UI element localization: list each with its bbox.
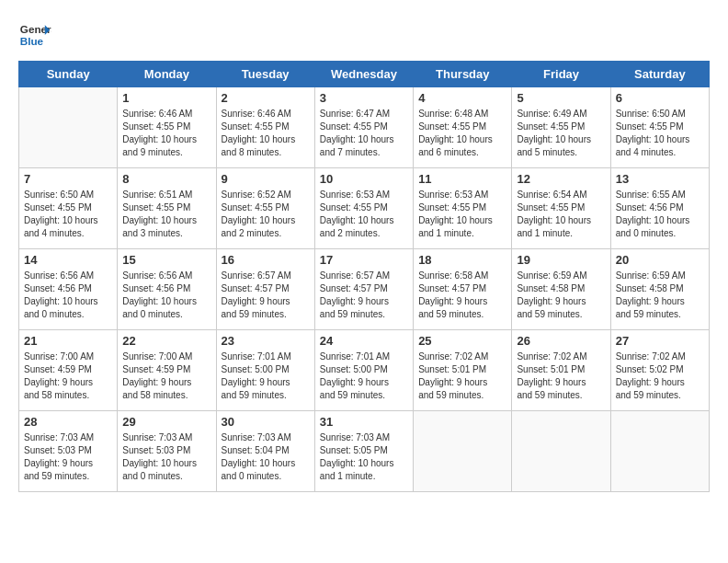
day-info: Sunrise: 7:00 AM Sunset: 4:59 PM Dayligh… — [24, 350, 112, 402]
calendar-week-3: 14Sunrise: 6:56 AM Sunset: 4:56 PM Dayli… — [19, 249, 710, 330]
day-number: 15 — [122, 253, 210, 267]
calendar-cell: 27Sunrise: 7:02 AM Sunset: 5:02 PM Dayli… — [610, 330, 709, 411]
calendar-cell: 21Sunrise: 7:00 AM Sunset: 4:59 PM Dayli… — [19, 330, 118, 411]
logo-icon: General Blue — [18, 18, 51, 52]
calendar-cell: 25Sunrise: 7:02 AM Sunset: 5:01 PM Dayli… — [414, 330, 512, 411]
day-info: Sunrise: 6:57 AM Sunset: 4:57 PM Dayligh… — [222, 270, 310, 321]
calendar-cell: 20Sunrise: 6:59 AM Sunset: 4:58 PM Dayli… — [610, 249, 709, 330]
calendar-cell: 3Sunrise: 6:47 AM Sunset: 4:55 PM Daylig… — [314, 87, 413, 168]
day-number: 20 — [616, 253, 704, 267]
calendar-cell: 15Sunrise: 6:56 AM Sunset: 4:56 PM Dayli… — [118, 249, 216, 330]
day-info: Sunrise: 6:46 AM Sunset: 4:55 PM Dayligh… — [222, 108, 310, 159]
calendar-cell: 4Sunrise: 6:48 AM Sunset: 4:55 PM Daylig… — [414, 87, 512, 168]
day-info: Sunrise: 7:01 AM Sunset: 5:00 PM Dayligh… — [222, 350, 310, 402]
day-number: 2 — [222, 91, 310, 105]
calendar-cell: 7Sunrise: 6:50 AM Sunset: 4:55 PM Daylig… — [19, 168, 118, 249]
day-number: 8 — [122, 172, 210, 186]
day-info: Sunrise: 6:46 AM Sunset: 4:55 PM Dayligh… — [122, 108, 210, 159]
day-number: 1 — [122, 91, 210, 105]
day-number: 30 — [222, 415, 310, 429]
day-number: 10 — [320, 172, 408, 186]
day-info: Sunrise: 7:03 AM Sunset: 5:03 PM Dayligh… — [122, 431, 210, 483]
day-number: 18 — [418, 253, 506, 267]
day-info: Sunrise: 6:48 AM Sunset: 4:55 PM Dayligh… — [418, 108, 506, 159]
day-info: Sunrise: 6:57 AM Sunset: 4:57 PM Dayligh… — [320, 270, 408, 321]
day-info: Sunrise: 6:50 AM Sunset: 4:55 PM Dayligh… — [24, 189, 112, 240]
day-number: 23 — [222, 334, 310, 348]
calendar-cell: 11Sunrise: 6:53 AM Sunset: 4:55 PM Dayli… — [414, 168, 512, 249]
calendar-cell: 31Sunrise: 7:03 AM Sunset: 5:05 PM Dayli… — [314, 411, 413, 492]
col-thursday: Thursday — [414, 62, 512, 87]
day-number: 7 — [24, 172, 112, 186]
calendar-cell: 14Sunrise: 6:56 AM Sunset: 4:56 PM Dayli… — [19, 249, 118, 330]
calendar-cell: 19Sunrise: 6:59 AM Sunset: 4:58 PM Dayli… — [512, 249, 610, 330]
day-info: Sunrise: 6:49 AM Sunset: 4:55 PM Dayligh… — [517, 108, 605, 159]
calendar-cell — [19, 87, 118, 168]
day-info: Sunrise: 6:54 AM Sunset: 4:55 PM Dayligh… — [517, 189, 605, 240]
day-number: 11 — [418, 172, 506, 186]
day-info: Sunrise: 7:03 AM Sunset: 5:05 PM Dayligh… — [320, 431, 408, 483]
day-info: Sunrise: 7:03 AM Sunset: 5:03 PM Dayligh… — [24, 431, 112, 483]
day-info: Sunrise: 6:56 AM Sunset: 4:56 PM Dayligh… — [122, 270, 210, 321]
col-sunday: Sunday — [19, 62, 118, 87]
day-number: 9 — [222, 172, 310, 186]
day-number: 6 — [616, 91, 704, 105]
day-info: Sunrise: 7:02 AM Sunset: 5:01 PM Dayligh… — [517, 350, 605, 402]
day-info: Sunrise: 6:55 AM Sunset: 4:56 PM Dayligh… — [616, 189, 704, 240]
calendar-cell: 10Sunrise: 6:53 AM Sunset: 4:55 PM Dayli… — [314, 168, 413, 249]
day-info: Sunrise: 7:02 AM Sunset: 5:02 PM Dayligh… — [616, 350, 704, 402]
calendar-cell: 17Sunrise: 6:57 AM Sunset: 4:57 PM Dayli… — [314, 249, 413, 330]
day-info: Sunrise: 6:59 AM Sunset: 4:58 PM Dayligh… — [517, 270, 605, 321]
day-number: 22 — [122, 334, 210, 348]
calendar-body: 1Sunrise: 6:46 AM Sunset: 4:55 PM Daylig… — [19, 87, 710, 492]
calendar-week-1: 1Sunrise: 6:46 AM Sunset: 4:55 PM Daylig… — [19, 87, 710, 168]
calendar-cell: 28Sunrise: 7:03 AM Sunset: 5:03 PM Dayli… — [19, 411, 118, 492]
calendar-cell: 24Sunrise: 7:01 AM Sunset: 5:00 PM Dayli… — [314, 330, 413, 411]
calendar-cell: 16Sunrise: 6:57 AM Sunset: 4:57 PM Dayli… — [216, 249, 314, 330]
logo: General Blue — [18, 18, 51, 52]
day-number: 19 — [517, 253, 605, 267]
calendar-week-5: 28Sunrise: 7:03 AM Sunset: 5:03 PM Dayli… — [19, 411, 710, 492]
day-number: 21 — [24, 334, 112, 348]
day-number: 14 — [24, 253, 112, 267]
day-info: Sunrise: 6:56 AM Sunset: 4:56 PM Dayligh… — [24, 270, 112, 321]
calendar-cell: 22Sunrise: 7:00 AM Sunset: 4:59 PM Dayli… — [118, 330, 216, 411]
calendar-cell: 18Sunrise: 6:58 AM Sunset: 4:57 PM Dayli… — [414, 249, 512, 330]
day-number: 31 — [320, 415, 408, 429]
calendar-cell: 5Sunrise: 6:49 AM Sunset: 4:55 PM Daylig… — [512, 87, 610, 168]
day-number: 27 — [616, 334, 704, 348]
day-info: Sunrise: 6:51 AM Sunset: 4:55 PM Dayligh… — [122, 189, 210, 240]
calendar-cell: 23Sunrise: 7:01 AM Sunset: 5:00 PM Dayli… — [216, 330, 314, 411]
col-saturday: Saturday — [610, 62, 709, 87]
calendar-cell: 2Sunrise: 6:46 AM Sunset: 4:55 PM Daylig… — [216, 87, 314, 168]
day-info: Sunrise: 7:00 AM Sunset: 4:59 PM Dayligh… — [122, 350, 210, 402]
day-number: 3 — [320, 91, 408, 105]
calendar-cell: 9Sunrise: 6:52 AM Sunset: 4:55 PM Daylig… — [216, 168, 314, 249]
calendar-cell — [512, 411, 610, 492]
day-info: Sunrise: 7:01 AM Sunset: 5:00 PM Dayligh… — [320, 350, 408, 402]
col-friday: Friday — [512, 62, 610, 87]
day-info: Sunrise: 6:58 AM Sunset: 4:57 PM Dayligh… — [418, 270, 506, 321]
calendar-cell: 6Sunrise: 6:50 AM Sunset: 4:55 PM Daylig… — [610, 87, 709, 168]
calendar-cell: 29Sunrise: 7:03 AM Sunset: 5:03 PM Dayli… — [118, 411, 216, 492]
day-info: Sunrise: 6:53 AM Sunset: 4:55 PM Dayligh… — [320, 189, 408, 240]
calendar-cell: 13Sunrise: 6:55 AM Sunset: 4:56 PM Dayli… — [610, 168, 709, 249]
calendar-week-2: 7Sunrise: 6:50 AM Sunset: 4:55 PM Daylig… — [19, 168, 710, 249]
col-monday: Monday — [118, 62, 216, 87]
day-info: Sunrise: 6:52 AM Sunset: 4:55 PM Dayligh… — [222, 189, 310, 240]
day-number: 13 — [616, 172, 704, 186]
day-number: 17 — [320, 253, 408, 267]
day-number: 12 — [517, 172, 605, 186]
day-info: Sunrise: 7:02 AM Sunset: 5:01 PM Dayligh… — [418, 350, 506, 402]
day-info: Sunrise: 6:59 AM Sunset: 4:58 PM Dayligh… — [616, 270, 704, 321]
day-info: Sunrise: 6:47 AM Sunset: 4:55 PM Dayligh… — [320, 108, 408, 159]
day-number: 28 — [24, 415, 112, 429]
col-wednesday: Wednesday — [314, 62, 413, 87]
day-number: 16 — [222, 253, 310, 267]
day-info: Sunrise: 6:53 AM Sunset: 4:55 PM Dayligh… — [418, 189, 506, 240]
calendar-cell: 30Sunrise: 7:03 AM Sunset: 5:04 PM Dayli… — [216, 411, 314, 492]
day-info: Sunrise: 6:50 AM Sunset: 4:55 PM Dayligh… — [616, 108, 704, 159]
day-number: 25 — [418, 334, 506, 348]
calendar-cell: 12Sunrise: 6:54 AM Sunset: 4:55 PM Dayli… — [512, 168, 610, 249]
day-number: 26 — [517, 334, 605, 348]
